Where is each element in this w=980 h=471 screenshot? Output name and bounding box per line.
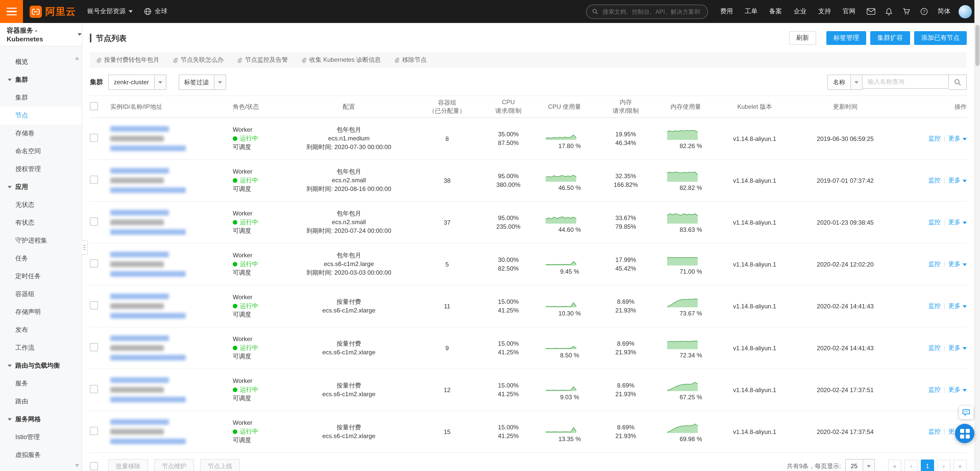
instance-ip-redacted[interactable] (110, 188, 186, 193)
help-link[interactable]: 按量付费转包年包月 (96, 56, 159, 64)
batch-action-button[interactable]: 节点维护 (154, 459, 194, 471)
topbar-link[interactable]: 工单 (745, 7, 757, 16)
feedback-widget[interactable] (959, 406, 974, 419)
monitor-link[interactable]: 监控 (928, 177, 941, 184)
monitor-link[interactable]: 监控 (928, 344, 941, 351)
cart-icon[interactable] (902, 8, 911, 15)
topbar-link[interactable]: 企业 (794, 7, 807, 16)
help-link[interactable]: 节点监控及告警 (237, 56, 288, 64)
sidebar-item[interactable]: 服务 (0, 375, 82, 393)
scroll-down-icon[interactable] (75, 464, 79, 467)
row-checkbox[interactable] (90, 343, 98, 351)
sidebar-item[interactable]: Istio管理 (0, 428, 82, 446)
row-checkbox[interactable] (90, 427, 98, 435)
page-button[interactable]: › (937, 460, 950, 471)
topbar-link[interactable]: 费用 (720, 7, 733, 16)
page-button[interactable]: « (888, 460, 901, 471)
more-link[interactable]: 更多 (948, 177, 967, 184)
topbar-search-input[interactable] (601, 8, 702, 15)
bell-icon[interactable] (885, 7, 893, 16)
page-scrollbar[interactable] (974, 0, 980, 471)
name-search-input[interactable] (862, 75, 949, 89)
search-field-select[interactable]: 名称 (827, 75, 862, 90)
more-link[interactable]: 更多 (948, 344, 967, 351)
action-button[interactable]: 标签管理 (826, 31, 866, 45)
instance-cell[interactable] (110, 168, 233, 193)
row-checkbox[interactable] (90, 259, 98, 267)
topbar-search[interactable] (586, 4, 708, 19)
instance-id-redacted[interactable] (110, 377, 169, 383)
instance-id-redacted[interactable] (110, 419, 169, 425)
instance-id-redacted[interactable] (110, 210, 169, 215)
instance-ip-redacted[interactable] (110, 439, 186, 444)
region-selector[interactable]: 全球 (144, 7, 167, 16)
sidebar-item[interactable]: 存储声明 (0, 303, 82, 321)
instance-cell[interactable] (110, 377, 233, 403)
monitor-link[interactable]: 监控 (928, 218, 941, 226)
instance-cell[interactable] (110, 419, 233, 444)
sidebar-item[interactable]: 任务 (0, 250, 82, 267)
avatar[interactable] (959, 5, 972, 18)
monitor-link[interactable]: 监控 (928, 260, 941, 267)
row-checkbox[interactable] (90, 134, 98, 142)
page-button[interactable]: ‹ (904, 460, 918, 471)
account-scope-dropdown[interactable]: 账号全部资源 (87, 7, 133, 16)
page-size-select[interactable]: 25 (845, 459, 875, 471)
sidebar-item[interactable]: 集群 (0, 89, 82, 107)
instance-id-redacted[interactable] (110, 126, 169, 132)
app-grid-widget[interactable] (955, 424, 974, 443)
sidebar-item[interactable]: 定时任务 (0, 267, 82, 285)
page-button[interactable]: » (953, 460, 967, 471)
help-link[interactable]: 移除节点 (394, 56, 427, 64)
help-link[interactable]: 节点失联怎么办 (172, 56, 224, 64)
sidebar-item[interactable]: 工作流 (0, 339, 82, 357)
instance-ip-redacted[interactable] (110, 397, 186, 403)
instance-ip-redacted[interactable] (110, 229, 186, 235)
instance-id-redacted[interactable] (110, 252, 169, 257)
monitor-link[interactable]: 监控 (928, 428, 941, 435)
instance-ip-redacted[interactable] (110, 271, 186, 277)
sidebar-item[interactable]: 发布 (0, 321, 82, 339)
row-checkbox[interactable] (90, 176, 98, 184)
sidebar-item[interactable]: 守护进程集 (0, 232, 82, 250)
footer-checkbox[interactable] (90, 462, 98, 470)
sidebar-item[interactable]: 集群 (0, 71, 82, 89)
monitor-link[interactable]: 监控 (928, 386, 941, 393)
topbar-link[interactable]: 支持 (818, 7, 831, 16)
instance-ip-redacted[interactable] (110, 145, 186, 151)
action-button[interactable]: 添加已有节点 (914, 31, 967, 45)
sidebar-item[interactable]: 命名空间 (0, 142, 82, 160)
row-checkbox[interactable] (90, 301, 98, 309)
instance-cell[interactable] (110, 294, 233, 318)
more-link[interactable]: 更多 (948, 302, 967, 309)
sidebar-item[interactable]: 路由与负载均衡 (0, 357, 82, 375)
search-button[interactable] (949, 75, 967, 90)
language-switch[interactable]: 简体 (938, 7, 950, 16)
monitor-link[interactable]: 监控 (928, 302, 941, 309)
more-link[interactable]: 更多 (948, 218, 967, 226)
scroll-up-icon[interactable] (75, 57, 79, 60)
instance-cell[interactable] (110, 336, 233, 360)
sidebar-collapse-handle[interactable] (82, 240, 88, 255)
sidebar-item[interactable]: 存储卷 (0, 124, 82, 142)
more-link[interactable]: 更多 (948, 386, 967, 393)
sidebar-item[interactable]: 虚拟服务 (0, 446, 82, 464)
batch-action-button[interactable]: 批量移除 (108, 459, 148, 471)
help-icon[interactable]: ? (920, 8, 928, 15)
cluster-select[interactable]: zenkr-cluster (108, 75, 166, 90)
topbar-link[interactable]: 备案 (769, 7, 782, 16)
scrollbar-thumb[interactable] (975, 25, 980, 66)
help-link[interactable]: 收集 Kubernetes 诊断信息 (301, 56, 381, 64)
topbar-link[interactable]: 官网 (843, 7, 856, 16)
instance-id-redacted[interactable] (110, 168, 169, 173)
page-button[interactable]: 1 (921, 460, 934, 471)
instance-id-redacted[interactable] (110, 336, 169, 341)
more-link[interactable]: 更多 (948, 260, 967, 267)
sidebar-item[interactable]: 路由 (0, 393, 82, 411)
monitor-link[interactable]: 监控 (928, 135, 941, 142)
sidebar-item[interactable]: 服务网格 (0, 411, 82, 428)
instance-id-redacted[interactable] (110, 294, 169, 299)
row-checkbox[interactable] (90, 218, 98, 226)
sidebar-item[interactable]: 概览 (0, 53, 82, 71)
mail-icon[interactable] (867, 8, 875, 15)
